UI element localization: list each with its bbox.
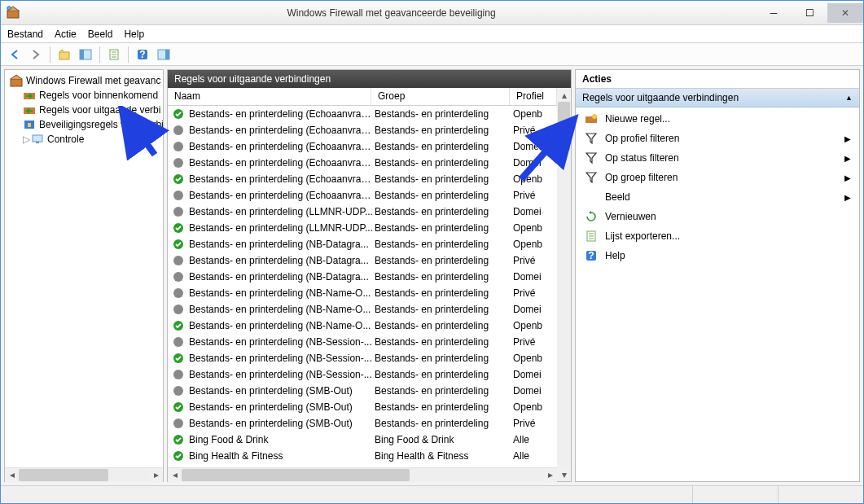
action-filter-profile[interactable]: Op profiel filteren ▶ — [579, 129, 856, 148]
grid-hscroll[interactable]: ◂▸ — [168, 467, 557, 481]
action-view[interactable]: Beeld ▶ — [579, 187, 856, 207]
table-row[interactable]: Bing Health & FitnessBing Health & Fitne… — [168, 448, 557, 464]
table-row[interactable]: Bestands- en printerdeling (NB-Datagra..… — [168, 269, 557, 285]
rule-group: Bestands- en printerdeling — [375, 125, 513, 136]
svg-point-22 — [173, 191, 183, 200]
table-row[interactable]: Bestands- en printerdeling (Echoaanvraa.… — [168, 187, 557, 204]
tree-root[interactable]: Windows Firewall met geavanc — [8, 73, 163, 88]
disabled-icon — [171, 157, 186, 169]
table-row[interactable]: Bestands- en printerdeling (Echoaanvraa.… — [168, 138, 557, 155]
expand-icon[interactable]: ▷ — [23, 134, 31, 145]
table-row[interactable]: Bestands- en printerdeling (SMB-Out)Best… — [168, 399, 557, 415]
maximize-button[interactable]: ☐ — [792, 3, 827, 23]
menu-file[interactable]: Bestand — [7, 28, 43, 40]
rule-group: Bestands- en printerdeling — [375, 401, 513, 413]
security-icon — [23, 118, 36, 131]
collapse-icon[interactable]: ▲ — [845, 94, 853, 102]
rule-profile: Openb — [513, 222, 557, 234]
table-row[interactable]: Bestands- en printerdeling (Echoaanvraa.… — [168, 171, 557, 187]
disabled-icon — [171, 336, 186, 348]
rule-profile: Privé — [513, 190, 557, 201]
help-icon: ? — [584, 249, 599, 262]
submenu-arrow-icon: ▶ — [844, 154, 851, 163]
up-button[interactable] — [55, 46, 73, 64]
menu-action[interactable]: Actie — [55, 28, 77, 40]
rule-group: Bestands- en printerdeling — [375, 385, 513, 397]
col-name[interactable]: Naam — [168, 88, 371, 105]
tree-inbound[interactable]: Regels voor binnenkomend — [8, 88, 163, 103]
rule-name: Bestands- en printerdeling (Echoaanvraa.… — [186, 125, 375, 136]
svg-point-27 — [173, 272, 183, 282]
col-group[interactable]: Groep — [371, 88, 510, 105]
action-refresh[interactable]: Vernieuwen — [579, 207, 856, 226]
close-button[interactable]: ✕ — [827, 3, 863, 23]
table-row[interactable]: Bestands- en printerdeling (NB-Name-O...… — [168, 301, 557, 318]
table-row[interactable]: Bestands- en printerdeling (Echoaanvraa.… — [168, 106, 557, 122]
rule-profile: Domei — [513, 271, 557, 283]
disabled-icon — [171, 271, 186, 283]
table-row[interactable]: Bestands- en printerdeling (NB-Datagra..… — [168, 252, 557, 269]
back-button[interactable] — [6, 46, 24, 64]
forward-button[interactable] — [27, 46, 45, 64]
enabled-icon — [171, 353, 186, 364]
table-row[interactable]: Bestands- en printerdeling (NB-Datagra..… — [168, 236, 557, 252]
rule-name: Bestands- en printerdeling (SMB-Out) — [186, 385, 375, 397]
firewall-icon — [10, 74, 23, 87]
rule-group: Bestands- en printerdeling — [375, 336, 513, 348]
enabled-icon — [171, 450, 186, 462]
table-row[interactable]: Bestands- en printerdeling (NB-Session-.… — [168, 334, 557, 350]
svg-point-34 — [173, 386, 183, 396]
tree-security[interactable]: Beveiligingsregels voor verbi — [8, 117, 163, 132]
action-export[interactable]: Lijst exporteren... — [579, 226, 856, 246]
actions-subtitle: Regels voor uitgaande verbindingen ▲ — [576, 89, 859, 107]
table-row[interactable]: Bestands- en printerdeling (NB-Session-.… — [168, 366, 557, 383]
svg-point-18 — [173, 125, 183, 135]
action-filter-status[interactable]: Op status filteren ▶ — [579, 148, 856, 168]
col-profile[interactable]: Profiel — [510, 88, 557, 105]
minimize-button[interactable]: ─ — [756, 3, 792, 23]
table-row[interactable]: Bestands- en printerdeling (SMB-Out)Best… — [168, 415, 557, 432]
help-button[interactable]: ? — [134, 46, 151, 64]
table-row[interactable]: Bestands- en printerdeling (LLMNR-UDP...… — [168, 220, 557, 236]
show-hide-actions-button[interactable] — [155, 46, 173, 64]
show-hide-tree-button[interactable] — [77, 46, 94, 64]
export-button[interactable] — [105, 46, 123, 64]
tree-monitor[interactable]: ▷ Controle — [8, 132, 163, 147]
titlebar: Windows Firewall met geavanceerde beveil… — [1, 1, 863, 25]
action-filter-group[interactable]: Op groep filteren ▶ — [579, 168, 856, 187]
action-new-rule[interactable]: Nieuwe regel... — [579, 109, 856, 129]
svg-point-29 — [173, 305, 183, 314]
disabled-icon — [171, 418, 186, 429]
table-row[interactable]: Bestands- en printerdeling (Echoaanvraa.… — [168, 122, 557, 138]
rule-name: Bing Health & Fitness — [186, 450, 375, 462]
table-row[interactable]: Bestands- en printerdeling (NB-Name-O...… — [168, 318, 557, 334]
rule-name: Bestands- en printerdeling (NB-Session-.… — [186, 336, 375, 348]
table-row[interactable]: Bing Food & DrinkBing Food & DrinkAlle — [168, 432, 557, 448]
svg-point-33 — [173, 370, 183, 379]
menu-view[interactable]: Beeld — [88, 28, 113, 40]
disabled-icon — [171, 287, 186, 299]
table-row[interactable]: Bestands- en printerdeling (Echoaanvraa.… — [168, 155, 557, 171]
table-row[interactable]: Bestands- en printerdeling (LLMNR-UDP...… — [168, 204, 557, 220]
disabled-icon — [171, 141, 186, 152]
menu-help[interactable]: Help — [124, 28, 144, 40]
table-row[interactable]: Bestands- en printerdeling (NB-Name-O...… — [168, 285, 557, 301]
action-help[interactable]: ? Help — [579, 246, 856, 265]
svg-point-31 — [173, 337, 183, 347]
rule-profile: Openb — [513, 108, 557, 120]
rule-group: Bestands- en printerdeling — [375, 320, 513, 331]
table-row[interactable]: Bestands- en printerdeling (NB-Session-.… — [168, 350, 557, 366]
table-row[interactable]: Bestands- en printerdeling (SMB-Out)Best… — [168, 383, 557, 399]
rule-name: Bestands- en printerdeling (LLMNR-UDP... — [186, 222, 375, 234]
disabled-icon — [171, 304, 186, 315]
rule-name: Bestands- en printerdeling (NB-Datagra..… — [186, 239, 375, 250]
disabled-icon — [171, 369, 186, 380]
rule-group: Bestands- en printerdeling — [375, 190, 513, 201]
rule-profile: Alle — [513, 450, 557, 462]
tree-outbound[interactable]: Regels voor uitgaande verbi — [8, 103, 163, 117]
svg-rect-4 — [80, 50, 84, 59]
tree-hscroll[interactable]: ◂▸ — [5, 467, 163, 481]
rule-profile: Openb — [513, 401, 557, 413]
rule-name: Bestands- en printerdeling (SMB-Out) — [186, 401, 375, 413]
grid-vscroll[interactable]: ▴▾ — [557, 88, 571, 481]
